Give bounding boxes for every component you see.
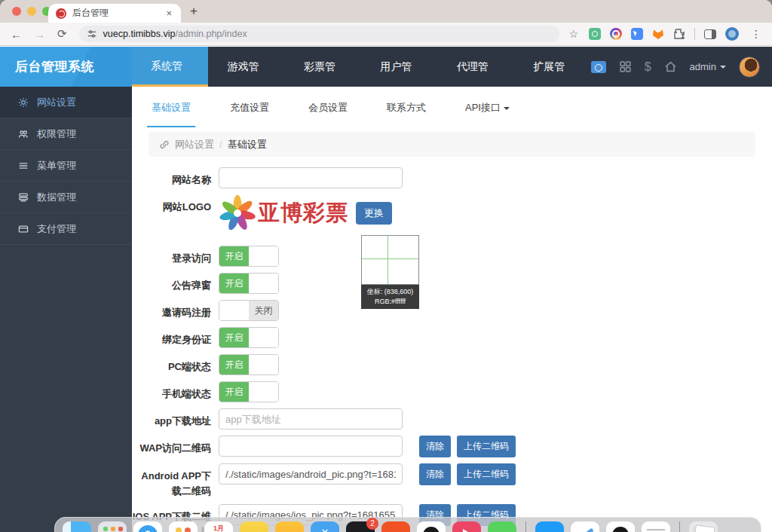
change-logo-button[interactable]: 更换 bbox=[356, 202, 392, 225]
browser-menu-icon[interactable]: ⋮ bbox=[751, 28, 761, 40]
app-download-label: app下载地址 bbox=[132, 408, 219, 429]
sidebar-item-label: 数据管理 bbox=[37, 191, 76, 204]
dock-icon-textedit[interactable] bbox=[642, 521, 670, 532]
magnifier-tooltip: 坐标: (838,600) RGB:#ffffff bbox=[361, 285, 419, 309]
extension-green-icon[interactable] bbox=[589, 28, 601, 40]
side-panel-icon[interactable] bbox=[704, 29, 716, 39]
invite-code-toggle[interactable]: 关闭 bbox=[219, 300, 279, 321]
dock-icon-reminders[interactable] bbox=[275, 521, 304, 532]
dock-icon-safari[interactable] bbox=[133, 521, 162, 532]
mobile-status-toggle[interactable]: 开启 bbox=[219, 381, 279, 402]
dock-icon-finder[interactable] bbox=[63, 521, 91, 532]
color-picker-magnifier: 坐标: (838,600) RGB:#ffffff bbox=[361, 235, 419, 309]
pc-status-toggle[interactable]: 开启 bbox=[219, 354, 279, 375]
announcement-popup-toggle[interactable]: 开启 bbox=[219, 273, 279, 294]
sidebar-item-menus[interactable]: 菜单管理 bbox=[0, 150, 132, 182]
site-settings-icon[interactable] bbox=[87, 29, 97, 39]
toggle-row-id-binding: 绑定身份证 开启 bbox=[132, 327, 772, 348]
dock-icon-photos[interactable] bbox=[169, 521, 198, 532]
dock-icon-github[interactable] bbox=[417, 521, 446, 532]
login-access-toggle[interactable]: 开启 bbox=[219, 246, 279, 267]
magnifier-coords: 坐标: (838,600) bbox=[361, 287, 419, 297]
tab-contact[interactable]: 联系方式 bbox=[382, 101, 430, 127]
site-favicon-icon bbox=[56, 8, 66, 19]
toggle-row-login-access: 登录访问 开启 bbox=[132, 246, 772, 267]
tab-close-icon[interactable]: × bbox=[164, 8, 173, 19]
breadcrumb-section[interactable]: 网站设置 bbox=[175, 138, 214, 151]
sidebar-item-data[interactable]: 数据管理 bbox=[0, 182, 132, 213]
logo-text: 亚博彩票 bbox=[258, 198, 348, 228]
dock-icon-editor[interactable] bbox=[571, 521, 599, 532]
extension-camera-icon[interactable] bbox=[610, 28, 622, 40]
dock-icon-twitter[interactable] bbox=[311, 521, 339, 532]
nav-item-users[interactable]: 用户管理 bbox=[361, 47, 437, 87]
metamask-fox-icon[interactable] bbox=[652, 28, 664, 40]
site-name-row: 网站名称 bbox=[132, 167, 772, 188]
site-name-input[interactable] bbox=[219, 167, 403, 188]
dock-icon-github-alt[interactable] bbox=[606, 521, 635, 532]
sidebar-item-permissions[interactable]: 权限管理 bbox=[0, 118, 132, 150]
dock-icon-calendar[interactable]: 1月 bbox=[204, 521, 233, 532]
avatar[interactable] bbox=[739, 57, 760, 78]
clear-button[interactable]: 清除 bbox=[419, 463, 451, 485]
tab-basic-settings[interactable]: 基础设置 bbox=[147, 101, 195, 127]
dock-icon-documents-stack[interactable] bbox=[689, 521, 718, 532]
tab-recharge-settings[interactable]: 充值设置 bbox=[225, 101, 274, 127]
dock-icon-notes[interactable] bbox=[240, 521, 268, 532]
clear-button[interactable]: 清除 bbox=[419, 436, 451, 457]
magnifier-rgb: RGB:#ffffff bbox=[361, 297, 419, 307]
minimize-window-button[interactable] bbox=[27, 7, 36, 16]
database-icon bbox=[18, 192, 29, 203]
toggle-row-mobile-status: 手机端状态 开启 bbox=[132, 381, 772, 402]
settings-tabs: 基础设置 充值设置 会员设置 联系方式 API接口 bbox=[132, 87, 772, 127]
chevron-down-icon bbox=[504, 107, 510, 110]
dock-icon-player[interactable] bbox=[452, 521, 481, 532]
android-qr-input[interactable] bbox=[219, 463, 403, 485]
extensions-puzzle-icon[interactable] bbox=[673, 28, 685, 40]
nav-item-system[interactable]: 系统管理 bbox=[132, 47, 208, 87]
admin-username: admin bbox=[690, 61, 716, 72]
apps-grid-icon[interactable] bbox=[619, 60, 632, 73]
main-content: 基础设置 充值设置 会员设置 联系方式 API接口 网站设置 / 基础设置 网站… bbox=[132, 87, 772, 532]
nav-item-lottery[interactable]: 彩票管理 bbox=[285, 47, 361, 87]
customer-service-icon[interactable] bbox=[591, 61, 606, 73]
admin-menu[interactable]: admin bbox=[690, 61, 726, 72]
dock-icon-launchpad[interactable] bbox=[98, 521, 127, 532]
tab-api-dropdown[interactable]: API接口 bbox=[461, 101, 514, 127]
url-text: vuecp.timibbs.vip/admin.php/index bbox=[103, 29, 247, 39]
basic-settings-form: 网站名称 网站LOGO bbox=[132, 157, 772, 532]
close-window-button[interactable] bbox=[12, 7, 21, 16]
dock-icon-reddit[interactable] bbox=[381, 521, 410, 532]
nav-item-extensions[interactable]: 扩展管理 bbox=[514, 47, 590, 87]
extension-cursor-icon[interactable] bbox=[631, 28, 643, 40]
home-icon[interactable] bbox=[664, 60, 677, 73]
dock-icon-wechat[interactable] bbox=[488, 521, 516, 532]
id-binding-toggle[interactable]: 开启 bbox=[219, 327, 279, 348]
back-icon[interactable]: ← bbox=[11, 28, 22, 41]
sidebar-item-site-settings[interactable]: 网站设置 bbox=[0, 87, 132, 118]
dollar-icon[interactable]: $ bbox=[645, 60, 651, 74]
breadcrumb-separator: / bbox=[219, 139, 222, 150]
nav-item-agents[interactable]: 代理管理 bbox=[438, 47, 514, 87]
nav-item-games[interactable]: 游戏管理 bbox=[208, 47, 284, 87]
app-download-row: app下载地址 bbox=[132, 408, 772, 430]
dock-divider bbox=[679, 521, 680, 532]
brand-title: 后台管理系统 bbox=[0, 47, 132, 87]
wap-qr-input[interactable] bbox=[219, 436, 403, 457]
address-bar[interactable]: vuecp.timibbs.vip/admin.php/index bbox=[79, 26, 560, 42]
browser-profile-icon[interactable] bbox=[725, 27, 739, 41]
chevron-down-icon bbox=[720, 66, 726, 69]
tab-member-settings[interactable]: 会员设置 bbox=[304, 101, 352, 127]
dock-icon-appstore[interactable] bbox=[535, 521, 564, 532]
dock-icon-music[interactable]: 2 bbox=[346, 521, 375, 532]
forward-icon[interactable]: → bbox=[34, 28, 45, 41]
reload-icon[interactable]: ⟳ bbox=[57, 27, 67, 41]
new-tab-button[interactable]: + bbox=[190, 4, 198, 19]
browser-tab[interactable]: 后台管理 × bbox=[48, 4, 181, 23]
sidebar-item-payments[interactable]: 支付管理 bbox=[0, 213, 132, 245]
sidebar-item-label: 菜单管理 bbox=[37, 159, 76, 173]
bookmark-star-icon[interactable]: ☆ bbox=[568, 28, 578, 40]
app-download-input[interactable] bbox=[219, 408, 403, 430]
upload-qr-button[interactable]: 上传二维码 bbox=[457, 436, 516, 457]
upload-qr-button[interactable]: 上传二维码 bbox=[457, 463, 516, 485]
